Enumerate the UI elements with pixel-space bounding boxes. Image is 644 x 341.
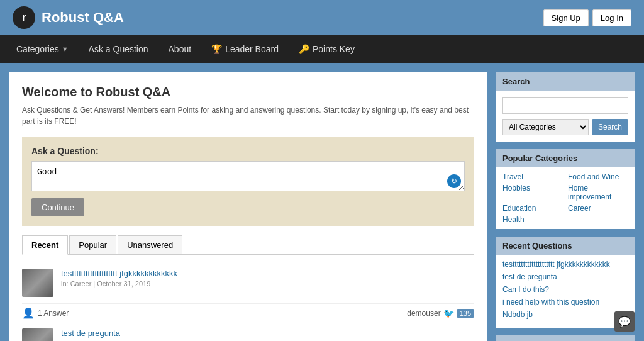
ask-question-box: Ask a Question: Good ↻ Continue [22, 137, 474, 226]
category-career[interactable]: Career [568, 204, 628, 213]
category-food-wine[interactable]: Food and Wine [568, 172, 628, 181]
recent-questions-section: Recent Questions testttttttttttttttttttt… [496, 237, 635, 328]
categories-dropdown-icon: ▼ [62, 45, 69, 53]
chat-symbol: 💬 [618, 316, 631, 328]
rq-item[interactable]: Can I do this? [502, 285, 628, 294]
signup-button[interactable]: Sign Up [543, 9, 589, 26]
category-hobbies[interactable]: Hobbies [502, 184, 563, 201]
main-container: Welcome to Robust Q&A Ask Questions & Ge… [0, 63, 644, 341]
user-points: 135 [457, 309, 474, 318]
site-title: Robust Q&A [42, 9, 124, 26]
category-health[interactable]: Health [502, 215, 563, 224]
question-title[interactable]: testttttttttttttttttttt jfgkkkkkkkkkkkk [61, 269, 177, 278]
leaderboard-icon: 🏆 [211, 44, 222, 54]
rq-item[interactable]: i need help with this question [502, 298, 628, 306]
welcome-title: Welcome to Robust Q&A [22, 85, 474, 99]
popular-categories-title: Popular Categories [496, 149, 635, 167]
rq-item[interactable]: testttttttttttttttttttt jfgkkkkkkkkkkkk [502, 260, 628, 269]
answer-icon: 👤 [22, 307, 35, 319]
popular-categories-section: Popular Categories Travel Food and Wine … [496, 149, 635, 229]
ask-question-input[interactable]: Good [31, 161, 465, 191]
category-education[interactable]: Education [502, 204, 563, 213]
search-content: All Categories Search [496, 91, 635, 142]
ask-input-wrap: Good ↻ [31, 161, 465, 193]
content-area: Welcome to Robust Q&A Ask Questions & Ge… [9, 72, 487, 341]
question-tabs: Recent Popular Unanswered [22, 235, 474, 255]
site-logo: r Robust Q&A [13, 6, 124, 29]
nav-about[interactable]: About [158, 35, 202, 63]
search-category-select[interactable]: All Categories [502, 119, 589, 135]
nav-leaderboard[interactable]: 🏆 Leader Board [201, 35, 289, 63]
user-icon: 🐦 [443, 308, 454, 318]
search-title: Search [496, 72, 635, 91]
categories-grid: Travel Food and Wine Hobbies Home improv… [496, 167, 635, 229]
search-row: All Categories Search [502, 119, 628, 135]
nav-pointskey[interactable]: 🔑 Points Key [289, 35, 365, 63]
question-content: testttttttttttttttttttt jfgkkkkkkkkkkkk … [61, 269, 474, 297]
chat-icon[interactable]: 💬 [614, 311, 635, 332]
user-info: demouser 🐦 135 [407, 308, 474, 318]
pointskey-icon: 🔑 [299, 44, 309, 54]
rq-item[interactable]: Ndbdb jb [502, 310, 628, 319]
site-header: r Robust Q&A Sign Up Log In [0, 0, 644, 35]
leader-board-title: Leader Board [496, 335, 635, 341]
question-content: test de pregunta in: Education | October… [61, 328, 474, 341]
question-thumbnail [22, 269, 53, 297]
login-button[interactable]: Log In [592, 9, 631, 26]
question-item: test de pregunta in: Education | October… [22, 322, 474, 341]
tab-popular[interactable]: Popular [69, 235, 116, 254]
main-nav: Categories ▼ Ask a Question About 🏆 Lead… [0, 35, 644, 63]
tab-recent[interactable]: Recent [22, 235, 68, 255]
category-travel[interactable]: Travel [502, 172, 563, 181]
question-title[interactable]: test de pregunta [61, 328, 120, 338]
recent-questions-list: testttttttttttttttttttt jfgkkkkkkkkkkkk … [496, 255, 635, 328]
continue-button[interactable]: Continue [31, 198, 84, 216]
question-item: testttttttttttttttttttt jfgkkkkkkkkkkkk … [22, 262, 474, 304]
answer-count: 👤 1 Answer [22, 307, 69, 319]
question-footer: 👤 1 Answer demouser 🐦 135 [22, 304, 474, 322]
leader-board-section: Leader Board demoUser admin Cheesestix M… [496, 335, 635, 341]
sidebar: Search All Categories Search Popular Cat… [496, 72, 635, 341]
recent-questions-title: Recent Questions [496, 237, 635, 255]
search-input[interactable] [502, 97, 628, 114]
logo-icon: r [13, 6, 35, 29]
rq-item[interactable]: test de pregunta [502, 272, 628, 281]
question-meta: in: Career | October 31, 2019 [61, 280, 474, 288]
refresh-icon[interactable]: ↻ [447, 174, 461, 188]
nav-categories[interactable]: Categories ▼ [6, 35, 79, 63]
nav-ask-question[interactable]: Ask a Question [79, 35, 158, 63]
ask-question-label: Ask a Question: [31, 146, 465, 156]
welcome-desc: Ask Questions & Get Answers! Members ear… [22, 104, 474, 127]
questions-list: testttttttttttttttttttt jfgkkkkkkkkkkkk … [22, 262, 474, 341]
search-button[interactable]: Search [592, 119, 628, 135]
category-home-improvement[interactable]: Home improvement [568, 184, 628, 201]
tab-unanswered[interactable]: Unanswered [118, 235, 182, 254]
question-thumbnail [22, 328, 53, 341]
search-section: Search All Categories Search [496, 72, 635, 142]
header-buttons: Sign Up Log In [543, 9, 631, 26]
